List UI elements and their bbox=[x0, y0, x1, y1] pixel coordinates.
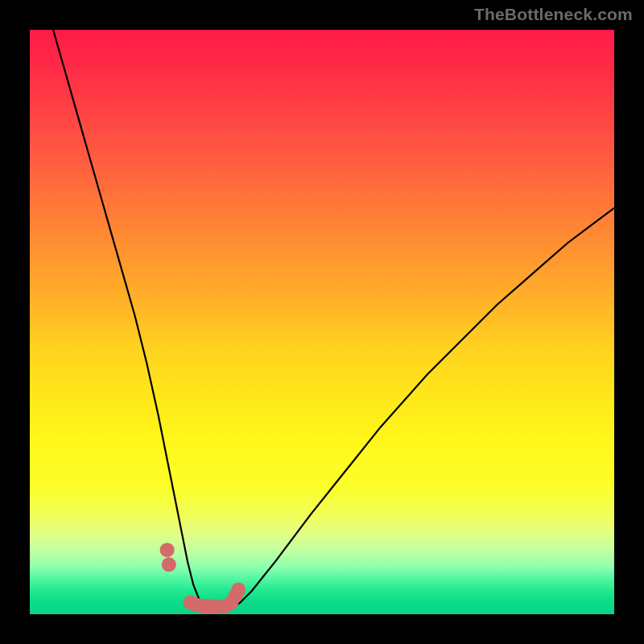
attribution-label: TheBottleneck.com bbox=[474, 5, 633, 24]
data-dots-group bbox=[160, 543, 246, 613]
data-dot bbox=[231, 583, 246, 597]
data-dot bbox=[162, 557, 176, 572]
data-dot bbox=[160, 543, 175, 557]
curve-layer bbox=[30, 30, 614, 614]
bottleneck-curve bbox=[53, 30, 614, 611]
chart-frame: TheBottleneck.com bbox=[0, 0, 644, 644]
curve-path bbox=[53, 30, 614, 611]
plot-area bbox=[30, 30, 614, 614]
